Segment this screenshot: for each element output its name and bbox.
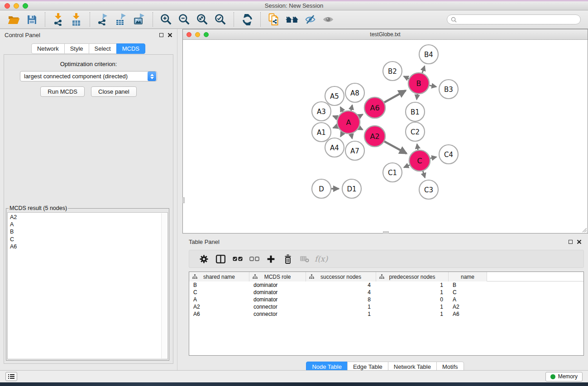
close-view-button[interactable]	[186, 32, 191, 37]
export-table-button[interactable]	[114, 12, 129, 27]
mcds-result-list[interactable]: A2ABCA6	[7, 212, 168, 359]
close-panel-button[interactable]: Close panel	[91, 86, 137, 97]
column-header-successor-nodes[interactable]: successor nodes	[306, 272, 376, 281]
zoom-window-button[interactable]	[23, 3, 28, 9]
table-cell[interactable]: A2	[189, 303, 249, 310]
table-cell[interactable]: 8	[306, 296, 376, 303]
table-cell[interactable]: dominator	[249, 296, 306, 303]
minimize-view-button[interactable]	[195, 32, 200, 37]
import-table-button[interactable]	[69, 12, 84, 27]
table-cell[interactable]: A	[189, 296, 249, 303]
table-cell[interactable]: C	[189, 289, 249, 296]
optimization-dropdown[interactable]: largest connected component (directed)	[20, 71, 157, 81]
search-field[interactable]	[447, 14, 581, 24]
edge-A-A2[interactable]	[359, 128, 363, 129]
deselect-all-button[interactable]	[246, 252, 263, 266]
zoom-view-button[interactable]	[204, 32, 209, 37]
table-cell[interactable]: connector	[249, 303, 306, 310]
edge-C-C2[interactable]	[417, 144, 418, 150]
table-cell[interactable]: 1	[376, 310, 449, 318]
close-window-button[interactable]	[5, 3, 10, 9]
edge-A-A7[interactable]	[351, 133, 352, 138]
network-window-titlebar[interactable]: testGlobe.txt	[183, 29, 588, 40]
function-builder-button[interactable]: f(x)	[313, 252, 330, 266]
tab-mcds[interactable]: MCDS	[116, 43, 145, 54]
edge-A-A8[interactable]	[351, 105, 352, 111]
show-columns-button[interactable]	[212, 252, 229, 266]
table-cell[interactable]: 4	[306, 289, 376, 296]
table-cell[interactable]: 1	[376, 303, 449, 310]
mcds-result-item[interactable]: A	[8, 221, 167, 228]
zoom-fit-button[interactable]	[195, 12, 210, 27]
edge-A6-B[interactable]	[384, 91, 406, 102]
zoom-out-button[interactable]	[177, 12, 192, 27]
table-cell[interactable]: C	[449, 289, 487, 296]
table-cell[interactable]: 1	[306, 303, 376, 310]
table-cell[interactable]: 1	[376, 281, 449, 289]
edge-A2-C[interactable]	[384, 141, 406, 153]
edge-C-C4[interactable]	[430, 157, 436, 158]
edge-C-C1[interactable]	[404, 165, 410, 167]
edge-B-B2[interactable]	[404, 76, 409, 79]
mcds-result-item[interactable]: A6	[8, 243, 167, 250]
table-cell[interactable]: A6	[189, 310, 249, 318]
edge-A-A6[interactable]	[359, 114, 363, 117]
table-row[interactable]: A2connector11A2	[189, 303, 583, 310]
edge-B-B1[interactable]	[416, 94, 417, 100]
mcds-result-item[interactable]: C	[8, 236, 167, 243]
table-row[interactable]: Bdominator41B	[189, 281, 583, 289]
table-cell[interactable]: connector	[249, 310, 306, 318]
edge-C-C3[interactable]	[423, 171, 425, 178]
network-graph[interactable]: B4B2BB3A5A8A6B1A3AC2A1A2A4A7C4CC1C3DD1	[183, 40, 588, 233]
tab-style[interactable]: Style	[64, 43, 89, 54]
open-session-button[interactable]	[6, 12, 21, 27]
table-cell[interactable]: B	[189, 281, 249, 289]
minimize-window-button[interactable]	[14, 3, 19, 9]
edge-B-B4[interactable]	[422, 66, 425, 73]
close-table-panel-icon[interactable]	[577, 239, 582, 244]
table-cell[interactable]: 1	[376, 289, 449, 296]
hide-selected-button[interactable]	[302, 12, 318, 27]
first-neighbors-button[interactable]	[284, 12, 300, 27]
edge-B-B3[interactable]	[430, 86, 436, 87]
list-scrollbar[interactable]	[161, 213, 167, 358]
table-cell[interactable]: 1	[306, 310, 376, 318]
table-cell[interactable]: dominator	[249, 281, 306, 289]
bottom-split-handle[interactable]	[383, 231, 389, 234]
left-split-handle[interactable]	[182, 197, 185, 203]
select-all-button[interactable]	[229, 252, 246, 266]
delete-table-button[interactable]	[296, 252, 313, 266]
table-cell[interactable]: 0	[376, 296, 449, 303]
zoom-selected-button[interactable]	[213, 12, 228, 27]
edge-A-A4[interactable]	[340, 133, 343, 137]
edge-A-A5[interactable]	[340, 107, 343, 112]
add-column-button[interactable]	[263, 252, 279, 266]
table-cell[interactable]: A	[449, 296, 487, 303]
tab-select[interactable]: Select	[89, 43, 117, 54]
close-panel-icon[interactable]	[167, 33, 172, 38]
node-table[interactable]: shared nameMCDS rolesuccessor nodesprede…	[189, 272, 584, 356]
mcds-result-item[interactable]: A2	[8, 213, 167, 221]
memory-button[interactable]: Memory	[545, 372, 583, 381]
table-row[interactable]: A6connector11A6	[189, 310, 583, 318]
table-cell[interactable]: A2	[449, 303, 487, 310]
float-table-panel-icon[interactable]	[569, 240, 573, 244]
export-network-button[interactable]	[96, 12, 111, 27]
resize-grip-icon[interactable]	[581, 226, 587, 233]
table-cell[interactable]: 4	[306, 281, 376, 289]
zoom-in-button[interactable]	[158, 12, 174, 27]
column-header-shared-name[interactable]: shared name	[189, 272, 249, 281]
table-row[interactable]: Cdominator41C	[189, 289, 583, 296]
table-cell[interactable]: dominator	[249, 289, 306, 296]
table-row[interactable]: Adominator80A	[189, 296, 583, 303]
table-mode-button[interactable]	[196, 252, 212, 266]
column-header-name[interactable]: name	[449, 272, 487, 281]
network-canvas[interactable]: B4B2BB3A5A8A6B1A3AC2A1A2A4A7C4CC1C3DD1	[183, 40, 588, 233]
tab-network[interactable]: Network	[31, 43, 65, 54]
table-cell[interactable]: A6	[449, 310, 487, 318]
column-header-predecessor-nodes[interactable]: predecessor nodes	[376, 272, 449, 281]
task-history-button[interactable]	[5, 372, 17, 381]
export-web-page-button[interactable]	[266, 12, 282, 27]
refresh-button[interactable]	[239, 12, 255, 27]
search-input[interactable]	[459, 16, 577, 23]
